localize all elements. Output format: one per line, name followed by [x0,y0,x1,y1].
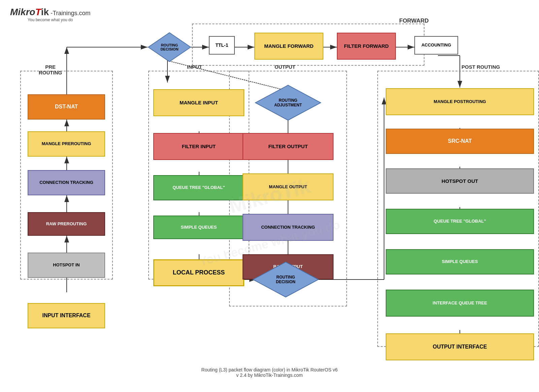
dst-nat-box: DST-NAT [28,94,105,120]
mangle-prerouting-box: MANGLE PREROUTING [28,131,105,157]
caption: Routing (L3) packet flow diagram (color)… [135,367,404,378]
mangle-forward-box: MANGLE FORWARD [254,33,323,60]
label-output: OUTPUT [275,64,295,70]
routing-decision-bottom: ROUTINGDECISION [252,261,319,298]
interface-queue-tree-box: INTERFACE QUEUE TREE [386,290,534,317]
hotspot-out-box: HOTSPOT OUT [386,168,534,194]
simple-queues-input-box: SIMPLE QUEUES [153,216,244,239]
label-forward: FORWARD [399,18,429,24]
queue-tree-global-input-box: QUEUE TREE "GLOBAL" [153,175,244,200]
queue-tree-global-post-box: QUEUE TREE "GLOBAL" [386,209,534,234]
diagram-container: MikroTik You become what you do MikroTik… [0,0,539,392]
mangle-output-box: MANGLE OUTPUT [243,173,334,200]
logo-tagline: You become what you do [10,18,91,22]
label-postrouting: POST ROUTING [462,64,500,70]
caption-line1: Routing (L3) packet flow diagram (color)… [135,367,404,372]
connection-tracking-out-box: CONNECTION TRACKING [243,214,334,241]
output-interface-box: OUTPUT INTERFACE [386,333,534,360]
mangle-input-box: MANGLE INPUT [153,89,244,116]
input-interface-box: INPUT INTERFACE [28,303,105,328]
connection-tracking-pre-box: CONNECTION TRACKING [28,170,105,195]
label-input: INPUT [187,64,202,70]
filter-input-box: FILTER INPUT [153,133,244,160]
mangle-postrouting-box: MANGLE POSTROUTING [386,88,534,115]
simple-queues-post-box: SIMPLE QUEUES [386,249,534,274]
filter-output-box: FILTER OUTPUT [243,133,334,160]
logo: MikroTik -Trainings.com You become what … [10,7,91,22]
raw-prerouting-box: RAW PREROUTING [28,212,105,236]
label-prerouting: PRE ROUTING [39,64,62,75]
caption-line2: v 2.4 by MikroTik-Trainings.com [135,372,404,378]
routing-decision-top: ROUTINGDECISION [148,32,191,62]
filter-forward-box: FILTER FORWARD [337,33,396,60]
hotspot-in-box: HOTSPOT IN [28,253,105,278]
ttl1-box: TTL-1 [209,36,235,55]
accounting-box: ACCOUNTING [414,36,458,55]
local-process-box: LOCAL PROCESS [153,259,244,286]
logo-brand: MikroTik -Trainings.com [10,7,91,18]
src-nat-box: SRC-NAT [386,129,534,154]
routing-adjustment-diamond: ROUTINGADJUSTMENT [254,84,322,121]
